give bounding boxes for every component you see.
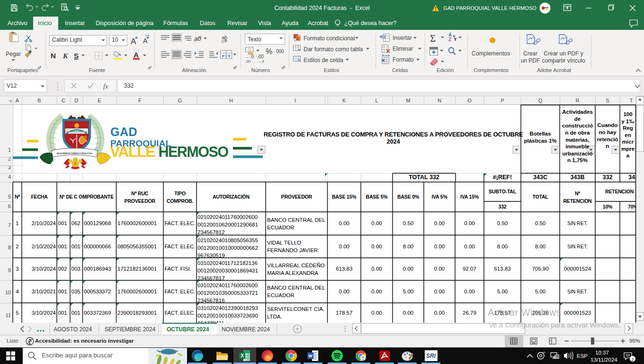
svg-text:ESP: ESP — [577, 353, 588, 359]
svg-text:W: W — [308, 354, 313, 358]
svg-text:X: X — [241, 353, 244, 358]
svg-text:13/11/2024: 13/11/2024 — [590, 357, 617, 363]
svg-text:2: 2 — [631, 356, 634, 362]
svg-text:10:37: 10:37 — [595, 350, 609, 355]
svg-text:SRi: SRi — [426, 353, 436, 359]
svg-text:VALLE HERMOSO TURÍSTICO Y PROD: VALLE HERMOSO TURÍSTICO Y PRODUCTIVO — [56, 152, 93, 155]
